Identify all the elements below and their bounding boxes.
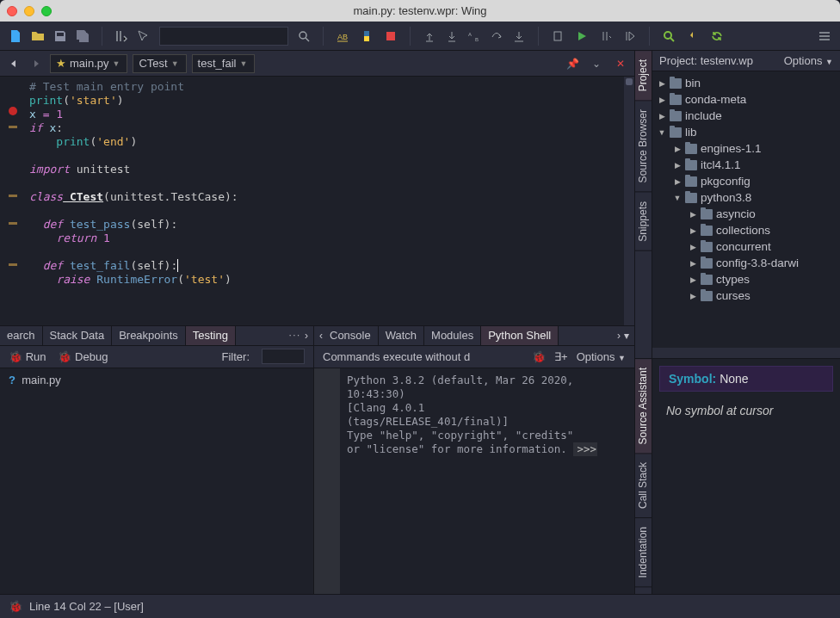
vtab-project[interactable]: Project xyxy=(635,51,652,101)
search-icon[interactable] xyxy=(295,28,312,45)
goto-line-icon[interactable] xyxy=(113,28,130,45)
tree-item[interactable]: ▶collections xyxy=(652,222,840,238)
tab-testing[interactable]: Testing xyxy=(186,326,236,345)
menu-icon[interactable] xyxy=(816,28,833,45)
save-all-icon[interactable] xyxy=(74,28,91,45)
syntax-highlight-icon[interactable]: AB xyxy=(334,28,351,45)
vtab-indentation[interactable]: Indentation xyxy=(635,518,652,587)
tab-next-icon[interactable]: › xyxy=(617,330,621,342)
close-tab-icon[interactable]: ✕ xyxy=(612,55,629,72)
tree-item[interactable]: ▶itcl4.1.1 xyxy=(652,157,840,173)
tab-console[interactable]: Console xyxy=(323,326,379,345)
file-tab-dropdown[interactable]: ★ main.py ▼ xyxy=(50,54,127,73)
pin-icon[interactable]: 📌 xyxy=(564,55,581,72)
method-dropdown[interactable]: test_fail ▼ xyxy=(192,54,256,73)
tree-expand-icon[interactable]: ▶ xyxy=(673,161,682,170)
tree-expand-icon[interactable]: ▶ xyxy=(673,145,682,153)
tab-modules[interactable]: Modules xyxy=(424,326,481,345)
tree-item[interactable]: ▶pkgconfig xyxy=(652,173,840,189)
vtab-source-browser[interactable]: Source Browser xyxy=(635,101,652,192)
shell-output[interactable]: Python 3.8.2 (default, Mar 26 2020, 10:4… xyxy=(340,368,634,595)
pause-debug-icon[interactable] xyxy=(597,28,615,45)
tree-item[interactable]: ▶include xyxy=(652,108,840,124)
run-tests-button[interactable]: 🐞 Run xyxy=(9,350,46,363)
bug-icon[interactable]: 🐞 xyxy=(532,350,546,363)
tab-watch[interactable]: Watch xyxy=(379,326,424,345)
window-minimize-button[interactable] xyxy=(24,6,34,16)
fold-marker[interactable]: ▬ xyxy=(9,121,17,130)
export-icon[interactable] xyxy=(510,28,528,45)
vtab-call-stack[interactable]: Call Stack xyxy=(635,454,652,518)
tree-item[interactable]: ▶curses xyxy=(652,287,840,304)
save-icon[interactable] xyxy=(52,28,69,45)
sync-icon[interactable] xyxy=(708,28,726,45)
breakpoint-marker[interactable] xyxy=(9,107,17,115)
editor-scrollbar[interactable] xyxy=(624,77,634,325)
tree-expand-icon[interactable]: ▶ xyxy=(689,275,697,284)
tree-expand-icon[interactable]: ▶ xyxy=(689,292,697,300)
debug-tests-button[interactable]: 🐞 Debug xyxy=(58,350,108,363)
panel-menu-icon[interactable]: ▾ xyxy=(624,330,629,342)
tree-item[interactable]: ▼lib xyxy=(652,124,840,140)
tab-stack-data[interactable]: Stack Data xyxy=(43,326,113,345)
tree-collapse-icon[interactable]: ▼ xyxy=(673,194,682,202)
chevron-down-icon[interactable]: ⌄ xyxy=(588,55,605,72)
add-to-icon[interactable]: ∃+ xyxy=(554,350,568,363)
tab-overflow-icon[interactable]: ··· xyxy=(289,331,301,340)
python-icon[interactable] xyxy=(358,28,375,45)
filter-input[interactable] xyxy=(262,349,305,364)
step-out-icon[interactable] xyxy=(421,28,438,45)
tree-expand-icon[interactable]: ▶ xyxy=(689,210,697,219)
class-dropdown[interactable]: CTest ▼ xyxy=(133,54,186,73)
tree-expand-icon[interactable]: ▶ xyxy=(658,79,666,88)
tab-search[interactable]: earch xyxy=(0,326,43,345)
fold-marker[interactable]: ▬ xyxy=(9,189,17,199)
tree-item[interactable]: ▶bin xyxy=(652,75,840,91)
nav-back-icon[interactable] xyxy=(5,55,22,72)
tree-item[interactable]: ▶ctypes xyxy=(652,271,840,287)
tab-next-icon[interactable]: › xyxy=(305,330,308,342)
project-options-dropdown[interactable]: Options ▼ xyxy=(784,54,833,67)
download-icon[interactable] xyxy=(684,28,701,45)
code-text[interactable]: # Test main entry point print('start') x… xyxy=(26,77,624,325)
open-folder-icon[interactable] xyxy=(29,28,46,45)
tree-item[interactable]: ▶conda-meta xyxy=(652,91,840,108)
tree-collapse-icon[interactable]: ▼ xyxy=(658,128,666,137)
continue-icon[interactable] xyxy=(621,28,639,45)
tree-hscrollbar[interactable] xyxy=(652,348,840,358)
shell-options-dropdown[interactable]: Options ▼ xyxy=(577,350,626,363)
tree-expand-icon[interactable]: ▶ xyxy=(689,259,697,268)
window-close-button[interactable] xyxy=(7,6,17,16)
fold-marker[interactable]: ▬ xyxy=(9,217,17,226)
tree-item[interactable]: ▼python3.8 xyxy=(652,189,840,206)
vtab-snippets[interactable]: Snippets xyxy=(635,193,652,251)
run-icon[interactable] xyxy=(573,28,590,45)
tab-python-shell[interactable]: Python Shell xyxy=(481,326,559,345)
step-into-icon[interactable] xyxy=(443,28,460,45)
tree-item[interactable]: ▶engines-1.1 xyxy=(652,140,840,157)
vtab-source-assistant[interactable]: Source Assistant xyxy=(635,359,652,454)
replace-icon[interactable]: AB xyxy=(466,28,483,45)
tree-item[interactable]: ▶config-3.8-darwi xyxy=(652,255,840,271)
editor-gutter[interactable]: ▬ ▬ ▬ ▬ xyxy=(0,77,26,325)
tree-item[interactable]: ▶asyncio xyxy=(652,206,840,222)
nav-forward-icon[interactable] xyxy=(28,55,45,72)
new-file-icon[interactable] xyxy=(7,28,24,45)
tree-expand-icon[interactable]: ▶ xyxy=(689,226,697,235)
tree-expand-icon[interactable]: ▶ xyxy=(658,96,666,104)
search-input[interactable] xyxy=(159,27,288,46)
tree-expand-icon[interactable]: ▶ xyxy=(673,177,682,186)
tree-expand-icon[interactable]: ▶ xyxy=(689,243,697,251)
document-icon[interactable] xyxy=(549,28,566,45)
step-over-icon[interactable] xyxy=(488,28,505,45)
stop-icon[interactable] xyxy=(382,28,399,45)
project-tree[interactable]: ▶bin▶conda-meta▶include▼lib▶engines-1.1▶… xyxy=(652,71,840,348)
fold-marker[interactable]: ▬ xyxy=(9,258,17,268)
code-editor[interactable]: ▬ ▬ ▬ ▬ # Test main entry point print('s… xyxy=(0,77,634,325)
tree-item[interactable]: ▶concurrent xyxy=(652,238,840,255)
select-icon[interactable] xyxy=(135,28,152,45)
tree-expand-icon[interactable]: ▶ xyxy=(658,112,666,121)
tab-breakpoints[interactable]: Breakpoints xyxy=(112,326,186,345)
window-zoom-button[interactable] xyxy=(41,6,52,16)
status-bug-icon[interactable]: 🐞 xyxy=(9,600,22,613)
